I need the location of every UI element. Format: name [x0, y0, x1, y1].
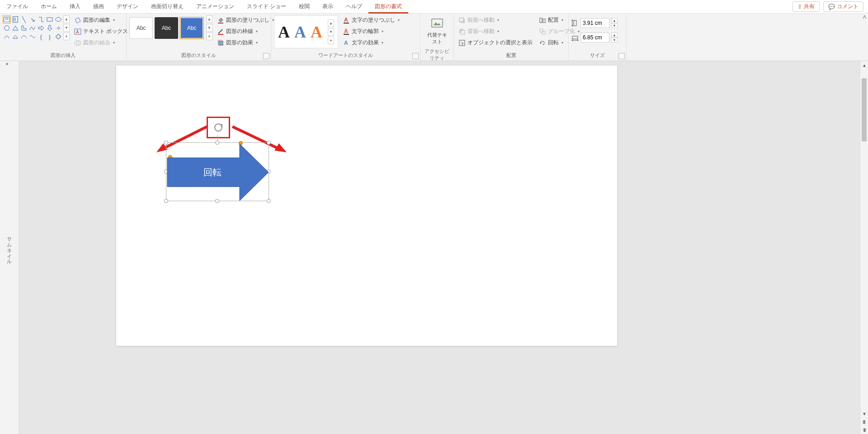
slide[interactable]: 回転: [116, 66, 617, 346]
collapse-ribbon-button[interactable]: ᐱ: [862, 14, 867, 20]
shape-outline-button[interactable]: 図形の枠線▾: [215, 27, 276, 36]
shape-star-icon[interactable]: ✧: [54, 24, 62, 32]
shapes-gallery[interactable]: ╲ ↘ ✧ { }: [3, 15, 62, 41]
text-fill-button[interactable]: A文字の塗りつぶし▾: [341, 15, 401, 25]
vertical-scrollbar[interactable]: ▲ ▼ ⯭ ⯯: [860, 61, 868, 434]
slide-canvas-area[interactable]: 回転 ▲ ▼ ⯭ ⯯: [19, 61, 868, 434]
selected-shape-bounding-box[interactable]: 回転: [166, 142, 269, 201]
svg-marker-9: [13, 26, 18, 30]
style-more[interactable]: ▾: [206, 33, 212, 40]
shape-brace-r-icon[interactable]: }: [46, 33, 54, 41]
height-down[interactable]: ▼: [611, 23, 618, 28]
shape-connector-icon[interactable]: [37, 15, 45, 24]
text-fill-icon: A: [343, 17, 350, 24]
wa-more[interactable]: ▾: [328, 37, 334, 44]
gallery-more[interactable]: ▾: [63, 33, 70, 40]
shape-zigzag-icon[interactable]: [28, 24, 37, 32]
svg-rect-24: [344, 34, 349, 35]
shape-width-input[interactable]: [580, 33, 609, 42]
shape-chord-icon[interactable]: [11, 33, 19, 41]
style-thumb-3[interactable]: Abc: [180, 17, 203, 39]
group-arrange: 前面へ移動▾ 背面へ移動▾ オブジェクトの選択と表示 配置▾ グループ化▾ 回転…: [454, 14, 569, 61]
wa-scroll-down[interactable]: ▼: [328, 28, 334, 36]
arrow-shape[interactable]: 回転: [166, 143, 269, 202]
shape-plus-icon[interactable]: [54, 33, 62, 41]
group-label: 図形の挿入: [3, 51, 123, 61]
tab-draw[interactable]: 描画: [87, 0, 110, 14]
wordart-launcher[interactable]: [412, 53, 419, 59]
tab-file[interactable]: ファイル: [0, 0, 34, 14]
shape-lshape-icon[interactable]: [20, 24, 28, 32]
svg-rect-35: [540, 29, 543, 32]
text-outline-button[interactable]: A文字の輪郭▾: [341, 27, 401, 36]
shape-hexagon-icon[interactable]: [3, 24, 11, 32]
style-thumb-2[interactable]: Abc: [155, 17, 178, 39]
shape-arc-icon[interactable]: [3, 33, 11, 41]
shape-fill-button[interactable]: 図形の塗りつぶし▾: [215, 15, 276, 25]
ribbon: ╲ ↘ ✧ { }: [0, 14, 868, 61]
effects-icon: [217, 39, 224, 47]
wordart-thumb-3[interactable]: A: [311, 23, 322, 42]
shape-arrowline-icon[interactable]: ↘: [28, 15, 37, 24]
text-effects-button[interactable]: A文字の効果▾: [341, 38, 401, 47]
shape-triangle-icon[interactable]: [11, 24, 19, 32]
expand-thumbnails-icon[interactable]: ▸: [6, 61, 13, 67]
thumbnail-pane-collapsed[interactable]: ▸ サムネイル: [0, 61, 19, 434]
scroll-up-button[interactable]: ▲: [860, 61, 868, 69]
tab-review[interactable]: 校閲: [292, 0, 316, 14]
tab-shape-format[interactable]: 図形の書式: [368, 0, 408, 14]
prev-slide-button[interactable]: ⯭: [860, 418, 868, 426]
shape-oval-icon[interactable]: [54, 15, 62, 24]
style-scroll-up[interactable]: ▲: [206, 15, 212, 23]
text-effects-icon: A: [343, 39, 350, 47]
shape-text: 回転: [203, 167, 222, 177]
height-up[interactable]: ▲: [611, 18, 618, 23]
group-label: 図形のスタイル: [129, 51, 268, 61]
group-insert-shapes: ╲ ↘ ✧ { }: [0, 14, 127, 61]
scroll-thumb[interactable]: [862, 78, 867, 142]
tab-design[interactable]: デザイン: [110, 0, 145, 14]
gallery-scroll-up[interactable]: ▲: [63, 15, 70, 23]
tab-home[interactable]: ホーム: [34, 0, 63, 14]
size-launcher[interactable]: [618, 53, 625, 59]
selection-pane-button[interactable]: オブジェクトの選択と表示: [457, 38, 534, 47]
gallery-scroll-down[interactable]: ▼: [63, 24, 70, 32]
svg-text:A: A: [344, 28, 348, 34]
shape-textbox-h-icon[interactable]: [3, 15, 11, 24]
tab-view[interactable]: 表示: [316, 0, 340, 14]
shape-brace-l-icon[interactable]: {: [37, 33, 45, 41]
tab-help[interactable]: ヘルプ: [340, 0, 368, 14]
wordart-thumb-2[interactable]: A: [294, 23, 306, 42]
text-box-button[interactable]: Aテキスト ボックス▾: [72, 27, 134, 36]
tab-slideshow[interactable]: スライド ショー: [241, 0, 292, 14]
shape-rect-icon[interactable]: [46, 15, 54, 24]
scroll-down-button[interactable]: ▼: [860, 410, 868, 418]
next-slide-button[interactable]: ⯯: [860, 426, 868, 434]
share-button[interactable]: ⇪共有: [793, 1, 820, 12]
shape-height-input[interactable]: [580, 18, 609, 28]
style-thumb-1[interactable]: Abc: [129, 17, 153, 39]
shape-styles-launcher[interactable]: [263, 53, 269, 59]
tab-animations[interactable]: アニメーション: [190, 0, 241, 14]
comments-button[interactable]: 💬コメント: [823, 1, 863, 12]
wordart-thumb-1[interactable]: A: [278, 23, 290, 42]
align-icon: [539, 17, 546, 24]
shape-effects-button[interactable]: 図形の効果▾: [215, 38, 276, 47]
thumbnail-pane-label: サムネイル: [6, 233, 13, 262]
bring-forward-icon: [458, 17, 466, 24]
width-up[interactable]: ▲: [611, 33, 618, 38]
svg-marker-11: [47, 25, 52, 31]
tab-transitions[interactable]: 画面切り替え: [145, 0, 190, 14]
shape-arrow-r-icon[interactable]: [37, 24, 45, 32]
wa-scroll-up[interactable]: ▲: [328, 19, 334, 27]
style-scroll-down[interactable]: ▼: [206, 24, 212, 32]
shape-line-icon[interactable]: ╲: [20, 15, 28, 24]
tab-insert[interactable]: 挿入: [63, 0, 87, 14]
shape-wave-icon[interactable]: [28, 33, 37, 41]
shape-curve-icon[interactable]: [20, 33, 28, 41]
shape-arrow-d-icon[interactable]: [46, 24, 54, 32]
width-down[interactable]: ▼: [611, 38, 618, 42]
edit-shape-button[interactable]: 図形の編集▾: [72, 15, 134, 25]
alt-text-button[interactable]: 代替テキスト: [427, 15, 447, 47]
shape-textbox-v-icon[interactable]: [11, 15, 19, 24]
